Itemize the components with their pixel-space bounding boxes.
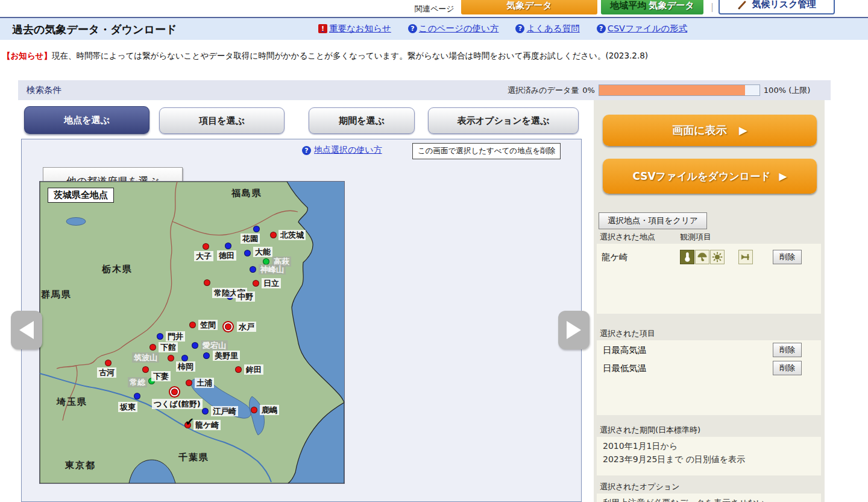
station-label[interactable]: 筑波山 [132,352,159,363]
station-dot[interactable] [251,407,257,413]
station-label[interactable]: 神峰山 [259,264,286,275]
station-label[interactable]: 大能 [253,247,272,257]
selected-option-line: 利用上注意が必要なデータを表示させない [597,497,821,502]
station-dot[interactable] [203,352,210,359]
badge-latest-weather-data[interactable]: 気象データ [461,0,597,14]
station-dot[interactable] [202,408,209,415]
data-usage-bar [599,84,760,96]
selected-item-row: 日最高気温削除 [597,340,821,358]
station-label[interactable]: 花園 [241,234,260,244]
station-label[interactable]: 愛宕山 [201,340,228,351]
delete-item-button[interactable]: 削除 [773,361,802,375]
clear-selection-button[interactable]: 選択地点・項目をクリア [599,212,707,229]
map-prev-arrow[interactable] [11,311,42,349]
page: 関連ページ 気象データ 地域平均 気象データ ｜ 気候リスク管理 過去の気象デー… [0,0,868,502]
delete-all-stations-button[interactable]: この画面で選択したすべての地点を削除 [412,143,561,159]
station-dot[interactable] [225,243,231,249]
station-dot[interactable] [253,280,259,287]
prefecture-label: 群馬県 [41,289,72,300]
station-map-panel: ? 地点選択の使い方 この画面で選択したすべての地点を削除 他の都道府県を選ぶ … [21,139,582,502]
station-dot[interactable] [171,389,178,395]
notice-text: 現在、時間帯によっては繋がらないことやデータ取得に時間がかかることが多くなってい… [52,51,648,60]
station-dot[interactable] [270,232,277,238]
csv-download-button[interactable]: CSVファイルをダウンロード ▶ [603,159,817,194]
station-label[interactable]: 龍ケ崎 [193,420,221,430]
station-label[interactable]: 下館 [159,342,178,352]
prefecture-label: 千葉県 [178,452,209,463]
precipitation-icon [695,250,709,264]
station-label[interactable]: 美野里 [213,351,240,361]
notice-prefix: 【お知らせ】 [2,51,52,60]
station-dot[interactable] [250,266,256,273]
station-dot[interactable] [181,355,188,361]
station-label[interactable]: 日立 [262,278,281,288]
header-link[interactable]: ?このページの使い方 [408,23,499,34]
station-dot[interactable] [105,360,112,366]
station-label[interactable]: 下妻 [151,371,171,381]
station-dot[interactable] [168,355,174,361]
badge-orange-label: 気象データ [506,0,552,11]
search-tabs: 地点を選ぶ項目を選ぶ期間を選ぶ表示オプションを選ぶ [24,106,579,134]
tab-select-items[interactable]: 項目を選ぶ [159,107,285,134]
station-label[interactable]: 土浦 [195,378,214,388]
station-dot[interactable] [204,279,210,286]
header-link[interactable]: !重要なお知らせ [318,23,391,34]
delete-item-button[interactable]: 削除 [773,343,802,357]
station-dot[interactable] [149,344,156,351]
station-dot[interactable] [189,322,196,328]
header-link[interactable]: ?よくある質問 [515,23,579,34]
prefecture-label: 東京都 [65,460,96,471]
station-label[interactable]: 柿岡 [176,361,195,372]
station-label[interactable]: 鉾田 [244,364,263,375]
ibaraki-map[interactable]: 茨城県全地点 福島県栃木県群馬県埼玉県東京都千葉県花園北茨城大子徳田大能高萩神峰… [40,182,344,483]
alert-icon: ! [318,24,327,33]
station-dot[interactable] [244,250,251,256]
badge-climate-risk[interactable]: 気候リスク管理 [719,0,835,14]
station-dot[interactable] [157,333,163,340]
prefecture-label: 埼玉県 [57,396,87,408]
station-dot[interactable] [134,393,140,399]
station-label[interactable]: 江戸崎 [211,406,238,416]
header-link[interactable]: ?CSVファイルの形式 [597,23,687,34]
badge-regional-average-data[interactable]: 地域平均 気象データ [601,0,703,14]
csv-download-label: CSVファイルをダウンロード [632,170,770,182]
selected-period-line: 2023年9月25日まで の日別値を表示 [597,453,821,466]
station-label[interactable]: 中野 [236,291,255,302]
station-label[interactable]: 門井 [166,331,185,342]
tab-select-station[interactable]: 地点を選ぶ [24,106,149,134]
station-label[interactable]: つくば(館野) [152,399,203,409]
station-dot[interactable] [253,226,260,232]
station-dot[interactable] [192,342,198,349]
station-dot[interactable] [235,366,242,373]
delete-station-button[interactable]: 削除 [773,250,802,264]
tab-select-period[interactable]: 期間を選ぶ [309,107,415,134]
station-dot[interactable] [142,366,149,373]
station-label[interactable]: 古河 [97,367,116,378]
header-link-label: CSVファイルの形式 [608,23,687,34]
station-label[interactable]: 北茨城 [278,230,306,240]
station-label[interactable]: 坂東 [118,402,137,412]
station-dot[interactable] [225,323,231,330]
right-triangle-icon [567,321,581,339]
station-label[interactable]: 鹿嶋 [260,405,279,415]
play-arrow-icon: ▶ [739,124,747,136]
station-label[interactable]: 水戸 [237,322,256,332]
station-label[interactable]: 笠間 [198,320,218,330]
title-links: !重要なお知らせ?このページの使い方?よくある質問?CSVファイルの形式 [318,23,687,34]
map-next-arrow[interactable] [558,311,590,349]
selected-stations-box: 龍ケ崎削除 [597,244,821,314]
station-dot[interactable] [203,243,209,250]
show-on-screen-button[interactable]: 画面に表示 ▶ [603,115,817,146]
station-label[interactable]: 徳田 [217,250,236,261]
selected-stations-header: 選択された地点 [600,232,655,243]
title-bar: 過去の気象データ・ダウンロード !重要なお知らせ?このページの使い方?よくある質… [0,17,868,40]
tab-select-options[interactable]: 表示オプションを選ぶ [428,107,579,134]
station-label[interactable]: 大子 [194,251,213,261]
station-label[interactable]: 常総 [128,377,147,387]
station-dot[interactable] [186,380,192,386]
station-select-help-link[interactable]: ? 地点選択の使い方 [302,145,382,156]
show-on-screen-label: 画面に表示 [672,124,726,136]
search-condition-header: 検索条件 選択済みのデータ量 0% 100% (上限) [18,80,831,100]
data-usage-current: 0% [582,86,595,95]
badge-green-label: 気象データ [649,0,694,11]
